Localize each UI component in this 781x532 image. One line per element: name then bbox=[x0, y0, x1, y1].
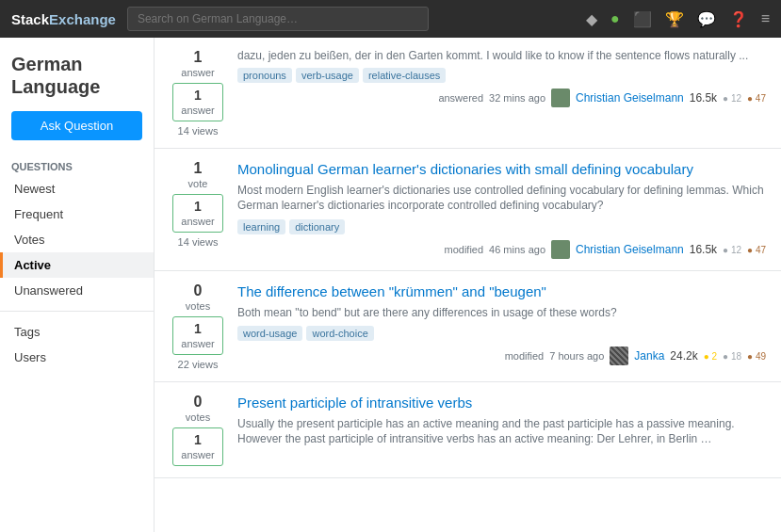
avatar bbox=[551, 89, 570, 107]
tags-row: learning dictionary bbox=[237, 219, 766, 234]
search-input[interactable] bbox=[127, 7, 429, 31]
site-logo[interactable]: StackExchange bbox=[11, 11, 116, 27]
author-name[interactable]: Christian Geiselmann bbox=[576, 91, 684, 105]
question-excerpt: Most modern English learner's dictionari… bbox=[237, 183, 766, 215]
vote-number: 1 bbox=[181, 49, 214, 66]
question-stats: 0 votes 1 answer 22 views bbox=[170, 282, 226, 370]
sidebar: German Language Ask Question Questions N… bbox=[0, 38, 155, 532]
main-layout: German Language Ask Question Questions N… bbox=[0, 38, 781, 532]
trophy-icon[interactable]: 🏆 bbox=[665, 10, 684, 28]
author-rep: 24.2k bbox=[670, 349, 697, 363]
question-body: The difference between "krümmen" and "be… bbox=[237, 282, 766, 370]
question-item: 0 votes 1 answer Present participle of i… bbox=[155, 382, 781, 478]
sidebar-logo-area: German Language bbox=[0, 53, 154, 111]
logo-stack-text: Stack bbox=[11, 11, 49, 27]
sidebar-item-votes[interactable]: Votes bbox=[0, 227, 154, 252]
badge-silver: ● 12 bbox=[723, 93, 741, 104]
vote-count-block: 1 answer bbox=[181, 49, 214, 79]
vote-count-block: 0 votes bbox=[186, 282, 210, 313]
tag-dictionary[interactable]: dictionary bbox=[289, 219, 345, 234]
tags-row: pronouns verb-usage relative-clauses bbox=[237, 68, 766, 83]
views-stat: 22 views bbox=[178, 359, 219, 370]
tag-pronouns[interactable]: pronouns bbox=[237, 68, 292, 83]
sidebar-item-frequent[interactable]: Frequent bbox=[0, 202, 154, 227]
tag-word-choice[interactable]: word-choice bbox=[306, 326, 373, 341]
sidebar-item-active[interactable]: Active bbox=[0, 252, 154, 278]
tag-word-usage[interactable]: word-usage bbox=[237, 326, 302, 341]
answer-label: answer bbox=[181, 216, 214, 227]
question-meta: modified 46 mins ago Christian Geiselman… bbox=[237, 240, 766, 259]
answer-count-box: 1 answer bbox=[172, 427, 222, 466]
author-name[interactable]: Janka bbox=[634, 349, 664, 363]
search-container bbox=[127, 7, 429, 31]
chat-icon[interactable]: 💬 bbox=[697, 10, 716, 28]
question-item: 1 vote 1 answer 14 views Monolingual Ger… bbox=[155, 149, 781, 271]
question-stats: 1 answer 1 answer 14 views bbox=[170, 49, 226, 137]
views-stat: 14 views bbox=[178, 236, 219, 248]
answer-label: answer bbox=[181, 338, 214, 349]
vote-number: 0 bbox=[186, 394, 210, 411]
views-stat: 14 views bbox=[178, 125, 219, 137]
question-title[interactable]: Present participle of intransitive verbs bbox=[237, 394, 766, 412]
questions-list: 1 answer 1 answer 14 views dazu, jeden z… bbox=[155, 38, 781, 532]
question-title[interactable]: Monolingual German learner's dictionarie… bbox=[237, 160, 766, 179]
vote-count-block: 1 vote bbox=[188, 160, 208, 190]
menu-icon[interactable]: ≡ bbox=[761, 10, 770, 27]
site-title: German Language bbox=[11, 53, 142, 98]
answer-number: 1 bbox=[181, 432, 214, 447]
questions-section-label: Questions bbox=[0, 155, 154, 176]
author-rep: 16.5k bbox=[690, 243, 717, 256]
question-body: Present participle of intransitive verbs… bbox=[237, 394, 766, 466]
question-body: Monolingual German learner's dictionarie… bbox=[237, 160, 766, 259]
sidebar-item-tags[interactable]: Tags bbox=[0, 319, 154, 345]
sidebar-divider bbox=[0, 311, 154, 312]
question-meta: modified 7 hours ago Janka 24.2k ● 2 ● 1… bbox=[237, 347, 766, 365]
question-title[interactable]: The difference between "krümmen" and "be… bbox=[237, 282, 766, 301]
badge-gold: ● 2 bbox=[704, 351, 717, 362]
vote-label: vote bbox=[188, 178, 208, 189]
achievements-icon[interactable]: ⬛ bbox=[633, 10, 652, 28]
diamond-icon[interactable]: ◆ bbox=[586, 10, 597, 28]
inbox-icon[interactable]: ● bbox=[610, 10, 620, 27]
badge-bronze: ● 49 bbox=[747, 351, 766, 362]
sidebar-item-users[interactable]: Users bbox=[0, 345, 154, 370]
question-stats: 0 votes 1 answer bbox=[170, 394, 226, 466]
tag-relative-clauses[interactable]: relative-clauses bbox=[363, 68, 446, 83]
meta-time: 46 mins ago bbox=[489, 244, 545, 255]
answer-count-box: 1 answer bbox=[172, 316, 222, 355]
question-meta: answered 32 mins ago Christian Geiselman… bbox=[237, 89, 766, 107]
answer-number: 1 bbox=[181, 321, 214, 336]
answer-number: 1 bbox=[181, 88, 214, 103]
logo-exchange-text: Exchange bbox=[49, 11, 116, 27]
meta-action-text: modified bbox=[445, 244, 484, 255]
vote-label: votes bbox=[186, 411, 210, 423]
question-excerpt: Both mean "to bend" but are there any di… bbox=[237, 305, 766, 321]
answer-count-box: 1 answer bbox=[172, 83, 222, 121]
author-name[interactable]: Christian Geiselmann bbox=[576, 243, 684, 256]
tag-verb-usage[interactable]: verb-usage bbox=[296, 68, 359, 83]
meta-time: 32 mins ago bbox=[489, 92, 545, 104]
answer-label: answer bbox=[181, 449, 214, 460]
header-icons: ◆ ● ⬛ 🏆 💬 ❓ ≡ bbox=[586, 10, 770, 28]
meta-action-text: modified bbox=[505, 350, 545, 362]
vote-label: answer bbox=[181, 67, 214, 78]
author-rep: 16.5k bbox=[690, 91, 717, 105]
avatar bbox=[610, 347, 628, 365]
answer-number: 1 bbox=[181, 199, 214, 214]
site-header: StackExchange ◆ ● ⬛ 🏆 💬 ❓ ≡ bbox=[0, 0, 781, 38]
answer-label: answer bbox=[181, 105, 214, 116]
answer-count-box: 1 answer bbox=[172, 194, 222, 233]
vote-count-block: 0 votes bbox=[186, 394, 210, 424]
badge-bronze: ● 47 bbox=[747, 93, 766, 104]
sidebar-item-newest[interactable]: Newest bbox=[0, 176, 154, 202]
avatar bbox=[551, 240, 570, 259]
question-excerpt: Usually the present participle has an ac… bbox=[237, 416, 766, 448]
question-stats: 1 vote 1 answer 14 views bbox=[170, 160, 226, 259]
ask-question-button[interactable]: Ask Question bbox=[11, 111, 142, 140]
vote-label: votes bbox=[186, 300, 210, 312]
tag-learning[interactable]: learning bbox=[237, 219, 285, 234]
meta-action-text: answered bbox=[438, 92, 483, 104]
question-body: dazu, jeden zu beißen, der in den Garten… bbox=[237, 49, 766, 137]
sidebar-item-unanswered[interactable]: Unanswered bbox=[0, 278, 154, 303]
help-icon[interactable]: ❓ bbox=[729, 10, 748, 28]
